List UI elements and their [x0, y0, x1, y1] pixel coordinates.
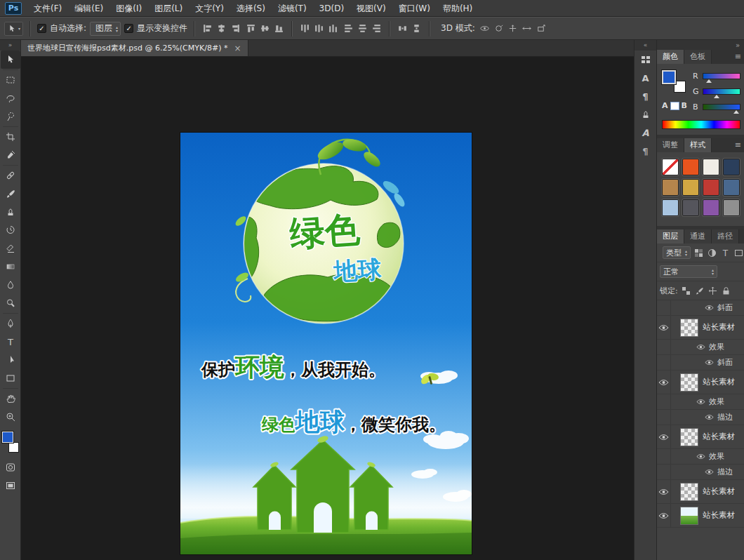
layer-thumbnail[interactable]: [680, 507, 698, 525]
tool-preset-picker[interactable]: ▾: [4, 22, 23, 36]
layer-row[interactable]: 站长素材: [657, 480, 744, 504]
tool-crop[interactable]: [1, 128, 20, 146]
tool-lasso[interactable]: [1, 89, 20, 107]
menu-type[interactable]: 文字(Y): [189, 0, 230, 17]
visibility-eye-icon[interactable]: [658, 488, 669, 495]
paragraph-styles-panel-button[interactable]: ¶: [635, 142, 656, 160]
tool-hand[interactable]: [1, 389, 20, 408]
tool-pen[interactable]: [1, 314, 20, 333]
auto-select-option[interactable]: ✓ 自动选择:: [37, 22, 86, 34]
distribute-horizontal-spacing-icon[interactable]: [397, 22, 408, 34]
tab-adjustments[interactable]: 调整: [657, 138, 684, 152]
align-top-edges-icon[interactable]: [245, 22, 257, 34]
layer-thumbnail[interactable]: [680, 483, 698, 501]
visibility-eye-icon[interactable]: [705, 305, 714, 311]
foreground-color-swatch[interactable]: [662, 70, 676, 84]
align-right-edges-icon[interactable]: [230, 22, 241, 34]
distribute-bottom-edges-icon[interactable]: [327, 22, 339, 34]
tab-color[interactable]: 颜色: [657, 50, 684, 64]
filter-type-layers-icon[interactable]: T: [720, 248, 731, 258]
menu-3d[interactable]: 3D(D): [313, 0, 350, 17]
tool-move[interactable]: [1, 51, 20, 69]
layer-row[interactable]: 站长素材: [657, 316, 744, 340]
visibility-eye-icon[interactable]: [696, 453, 705, 460]
menu-file[interactable]: 文件(F): [27, 0, 68, 17]
tool-spot-healing-brush[interactable]: [1, 166, 20, 185]
menu-window[interactable]: 窗口(W): [392, 0, 437, 17]
style-swatch[interactable]: [703, 199, 719, 216]
tab-styles[interactable]: 样式: [684, 138, 712, 152]
menu-filter[interactable]: 滤镜(T): [272, 0, 313, 17]
red-slider[interactable]: [703, 73, 740, 79]
align-vertical-centers-icon[interactable]: [259, 22, 271, 34]
tool-brush[interactable]: [1, 185, 20, 203]
align-horizontal-centers-icon[interactable]: [215, 22, 227, 34]
color-swatch-widget[interactable]: [1, 432, 20, 453]
3d-orbit-icon[interactable]: [479, 22, 491, 34]
ab-color-swatch[interactable]: [670, 102, 679, 110]
panel-menu-icon[interactable]: ≡: [732, 50, 744, 64]
effect-row[interactable]: 效果: [657, 340, 744, 355]
quick-mask-button[interactable]: [1, 458, 20, 476]
visibility-eye-icon[interactable]: [658, 379, 669, 386]
menu-select[interactable]: 选择(S): [230, 0, 272, 17]
effect-row[interactable]: 描边: [657, 465, 744, 480]
visibility-eye-icon[interactable]: [696, 399, 705, 405]
tool-clone-stamp[interactable]: [1, 203, 20, 221]
tab-swatches[interactable]: 色板: [684, 50, 712, 64]
character-panel-button[interactable]: A: [635, 69, 656, 87]
3d-scale-icon[interactable]: [535, 22, 547, 34]
menu-view[interactable]: 视图(V): [350, 0, 392, 17]
lock-all-icon[interactable]: [721, 286, 731, 296]
style-swatch[interactable]: [682, 159, 699, 175]
layer-row[interactable]: 站长素材: [657, 371, 744, 394]
distribute-top-edges-icon[interactable]: [299, 22, 311, 34]
3d-pan-icon[interactable]: [507, 22, 519, 34]
style-swatch[interactable]: [662, 199, 679, 216]
menu-layer[interactable]: 图层(L): [148, 0, 189, 17]
style-swatch[interactable]: [703, 179, 719, 196]
effect-row[interactable]: 效果: [657, 449, 744, 465]
distribute-right-edges-icon[interactable]: [371, 22, 383, 34]
align-bottom-edges-icon[interactable]: [273, 22, 285, 34]
color-panel-swatches[interactable]: [662, 70, 686, 93]
show-transform-checkbox[interactable]: ✓: [124, 24, 133, 33]
style-swatch[interactable]: [662, 179, 679, 196]
tool-zoom[interactable]: [1, 408, 20, 426]
layer-row[interactable]: 站长素材: [657, 504, 744, 528]
green-slider[interactable]: [703, 88, 740, 95]
dock-expander-icon[interactable]: «: [635, 40, 656, 51]
distribute-vertical-centers-icon[interactable]: [313, 22, 325, 34]
effect-row[interactable]: 斜面: [657, 355, 744, 371]
background-color-swatch[interactable]: [8, 442, 19, 453]
distribute-horizontal-centers-icon[interactable]: [357, 22, 368, 34]
document-canvas[interactable]: 绿色 地球 保护环境，从我开始。 绿色地球，微笑你我。: [180, 133, 472, 554]
layer-filter-type-dropdown[interactable]: 类型 ▴▾: [663, 246, 691, 259]
visibility-eye-icon[interactable]: [705, 359, 714, 366]
tool-gradient[interactable]: [1, 258, 20, 276]
distribute-vertical-spacing-icon[interactable]: [411, 22, 423, 34]
tool-quick-selection[interactable]: [1, 107, 20, 126]
style-swatch[interactable]: [703, 159, 719, 175]
document-tab[interactable]: 世界地球日宣传海报psd素材.psd @ 6.25%(CMYK/8#) * ×: [21, 40, 248, 56]
toolbar-expander-icon[interactable]: »: [0, 40, 20, 51]
tool-history-brush[interactable]: [1, 221, 20, 239]
effect-row[interactable]: 效果: [657, 394, 744, 410]
blend-mode-dropdown[interactable]: 正常 ▴▾: [660, 265, 717, 278]
3d-roll-icon[interactable]: [493, 22, 505, 34]
distribute-left-edges-icon[interactable]: [343, 22, 354, 34]
character-styles-panel-button[interactable]: A: [635, 124, 656, 142]
screen-mode-button[interactable]: [1, 476, 20, 495]
style-swatch[interactable]: [682, 199, 699, 216]
clone-source-panel-button[interactable]: [635, 105, 656, 124]
close-tab-icon[interactable]: ×: [234, 44, 241, 53]
show-transform-option[interactable]: ✓ 显示变换控件: [124, 22, 187, 34]
visibility-eye-icon[interactable]: [658, 324, 669, 331]
tool-blur[interactable]: [1, 276, 20, 294]
visibility-eye-icon[interactable]: [696, 344, 705, 350]
canvas-area[interactable]: 绿色 地球 保护环境，从我开始。 绿色地球，微笑你我。: [21, 57, 634, 560]
layer-thumbnail[interactable]: [680, 373, 698, 392]
visibility-eye-icon[interactable]: [658, 512, 669, 519]
style-swatch[interactable]: [723, 179, 740, 196]
align-left-edges-icon[interactable]: [201, 22, 213, 34]
